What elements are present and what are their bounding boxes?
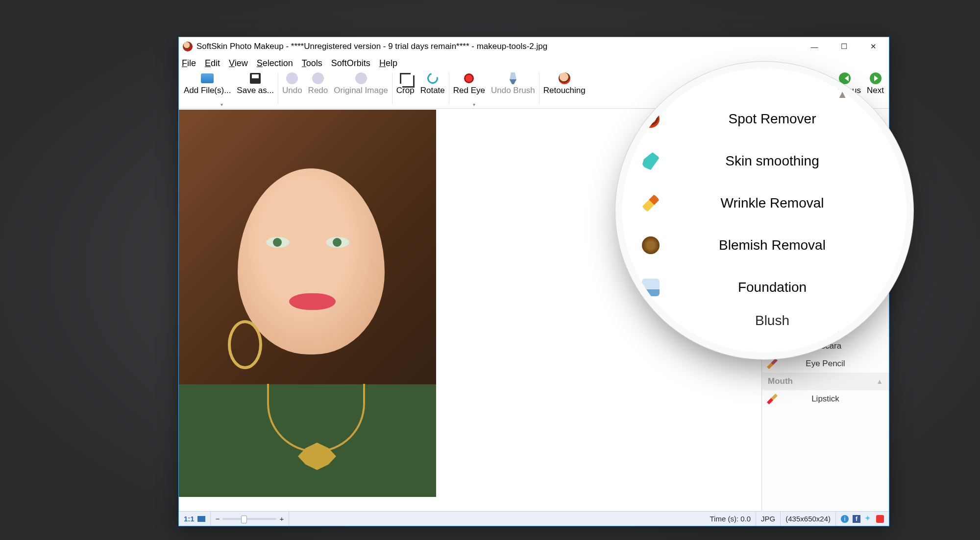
zoom-ratio[interactable]: 1:1 <box>179 512 211 526</box>
tool-spot-remover[interactable]: Spot Remover <box>642 98 872 140</box>
tool-wrinkle-removal[interactable]: Wrinkle Removal <box>642 182 872 224</box>
magnifier-overlay: n ▲ Spot Remover Skin smoothing Wrinkle … <box>622 69 906 352</box>
maximize-button[interactable]: ☐ <box>829 37 858 56</box>
fit-icon[interactable] <box>197 516 205 522</box>
window-title: SoftSkin Photo Makeup - ****Unregistered… <box>196 42 800 51</box>
menu-view[interactable]: View <box>229 58 248 69</box>
menu-softorbits[interactable]: SoftOrbits <box>331 58 370 69</box>
menu-selection[interactable]: Selection <box>257 58 293 69</box>
original-image-button[interactable]: Original Image <box>331 71 391 96</box>
twitter-icon[interactable]: ✦ <box>864 515 872 523</box>
social-links: i f ✦ <box>836 515 889 523</box>
crop-button[interactable]: Crop <box>393 71 417 96</box>
redo-icon <box>312 72 324 84</box>
toolbar-overflow-2[interactable]: ▾ <box>473 102 475 107</box>
tool-lipstick[interactable]: Lipstick <box>762 390 889 408</box>
next-button[interactable]: Next <box>864 71 887 96</box>
window-controls: — ☐ ✕ <box>800 37 888 56</box>
undo-brush-button[interactable]: Undo Brush <box>488 71 538 96</box>
zoom-slider[interactable]: − + <box>211 512 290 526</box>
status-dimensions: (435x650x24) <box>781 512 836 526</box>
crop-icon <box>400 73 411 84</box>
minimize-button[interactable]: — <box>800 37 829 56</box>
rotate-button[interactable]: Rotate <box>417 71 448 96</box>
menu-edit[interactable]: Edit <box>205 58 220 69</box>
menu-help[interactable]: Help <box>379 58 397 69</box>
undo-icon <box>286 72 298 84</box>
info-icon[interactable]: i <box>841 515 849 523</box>
redo-button[interactable]: Redo <box>305 71 331 96</box>
zoom-track[interactable] <box>222 518 276 520</box>
red-eye-icon <box>464 73 474 83</box>
brush-icon <box>508 72 518 84</box>
red-eye-button[interactable]: Red Eye <box>450 71 488 96</box>
previous-icon <box>839 72 851 84</box>
menu-tools[interactable]: Tools <box>302 58 322 69</box>
retouching-button[interactable]: Retouching <box>540 71 588 96</box>
retouch-icon <box>559 72 570 84</box>
tool-blemish-removal[interactable]: Blemish Removal <box>642 224 872 266</box>
tool-foundation[interactable]: Foundation <box>642 266 872 308</box>
app-icon <box>183 42 193 51</box>
next-icon <box>870 72 882 84</box>
zoom-out-icon[interactable]: − <box>216 515 220 523</box>
save-as-button[interactable]: Save as... <box>234 71 277 96</box>
rotate-icon <box>425 71 440 86</box>
save-icon <box>250 73 261 84</box>
skin-smoothing-icon <box>642 152 660 170</box>
menubar: File Edit View Selection Tools SoftOrbit… <box>179 56 889 70</box>
add-files-button[interactable]: Add File(s)... <box>181 71 234 96</box>
photo-preview <box>179 110 436 497</box>
status-format: JPG <box>756 512 781 526</box>
wrinkle-removal-icon <box>642 194 660 212</box>
toolbar-overflow-1[interactable]: ▾ <box>220 102 223 107</box>
panel-header-mouth[interactable]: Mouth ▲ <box>762 373 889 390</box>
tool-skin-smoothing[interactable]: Skin smoothing <box>642 140 872 182</box>
youtube-icon[interactable] <box>876 515 884 523</box>
facebook-icon[interactable]: f <box>853 515 860 523</box>
tool-eye-pencil[interactable]: Eye Pencil <box>762 355 889 373</box>
menu-file[interactable]: File <box>182 58 196 69</box>
status-bar: 1:1 − + Time (s): 0.0 JPG (435x650x24) i… <box>179 511 889 526</box>
collapse-icon: ▲ <box>876 377 883 385</box>
close-button[interactable]: ✕ <box>858 37 888 56</box>
titlebar: SoftSkin Photo Makeup - ****Unregistered… <box>179 37 889 56</box>
original-icon <box>355 72 367 84</box>
blemish-removal-icon <box>642 236 660 254</box>
folder-icon <box>201 73 214 83</box>
status-time: Time (s): 0.0 <box>705 512 756 526</box>
zoom-in-icon[interactable]: + <box>279 515 284 523</box>
undo-button[interactable]: Undo <box>279 71 305 96</box>
